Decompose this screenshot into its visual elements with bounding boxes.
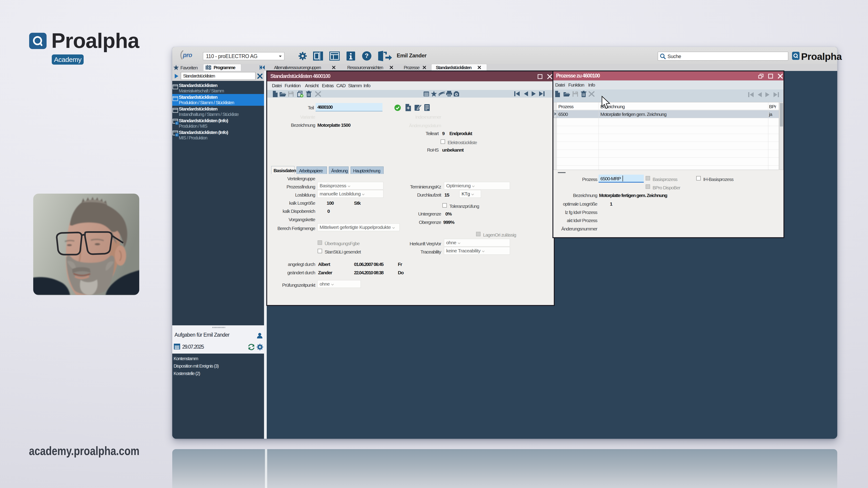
svg-text:?: ? (365, 52, 369, 59)
svg-text:i: i (177, 133, 178, 137)
svg-text:i: i (177, 122, 178, 125)
svg-text:pro: pro (183, 52, 192, 59)
